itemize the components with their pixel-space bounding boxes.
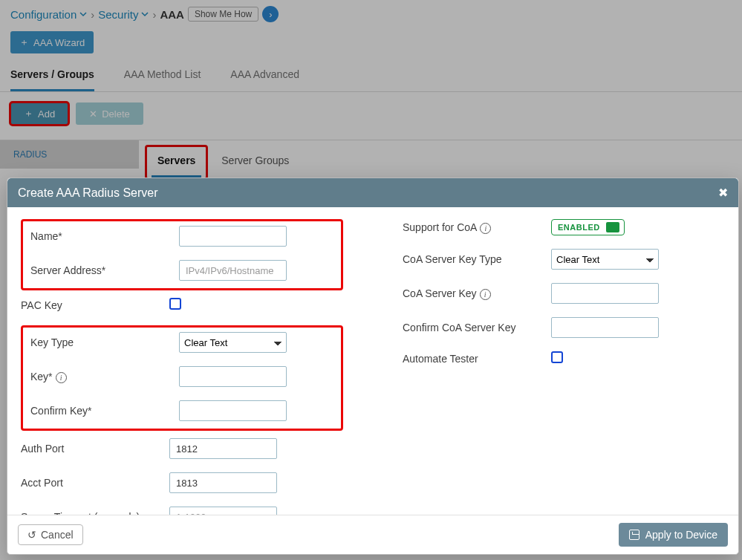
coa-key-type-label: CoA Server Key Type — [403, 253, 551, 265]
tab-advanced[interactable]: AAA Advanced — [230, 61, 299, 91]
main-tabs: Servers / Groups AAA Method List AAA Adv… — [0, 61, 742, 92]
undo-icon: ↺ — [27, 529, 36, 541]
auth-port-field[interactable] — [169, 438, 277, 459]
confirm-key-field[interactable] — [179, 400, 287, 421]
info-icon[interactable]: i — [480, 223, 491, 234]
auth-port-label: Auth Port — [21, 443, 169, 455]
confirm-coa-key-label: Confirm CoA Server Key — [403, 322, 551, 333]
crumb-current: AAA — [160, 8, 184, 21]
aaa-wizard-button[interactable]: ＋AAA Wizard — [10, 31, 94, 53]
close-icon[interactable]: ✖ — [718, 186, 728, 200]
subtab-servers[interactable]: Servers — [152, 147, 201, 178]
chevron-right-icon: › — [91, 8, 94, 21]
key-type-label: Key Type — [30, 336, 179, 348]
modal-footer: ↺Cancel Apply to Device — [7, 515, 738, 554]
subtab-server-groups[interactable]: Server Groups — [211, 147, 295, 175]
automate-tester-label: Automate Tester — [403, 353, 551, 365]
acct-port-label: Acct Port — [21, 477, 169, 489]
server-timeout-field[interactable] — [169, 507, 277, 515]
x-icon: ✕ — [89, 108, 97, 120]
confirm-key-label: Confirm Key* — [30, 405, 179, 417]
tab-servers-groups[interactable]: Servers / Groups — [10, 61, 94, 91]
modal-header: Create AAA Radius Server ✖ — [7, 178, 738, 207]
support-coa-label: Support for CoAi — [403, 221, 551, 234]
show-me-how-button[interactable]: Show Me How — [188, 7, 258, 22]
crumb-configuration[interactable]: Configuration — [10, 8, 87, 21]
plus-icon: ＋ — [19, 36, 29, 49]
server-address-field[interactable] — [179, 260, 287, 281]
toolbar: ＋Add ✕Delete — [0, 92, 742, 140]
create-radius-server-modal: Create AAA Radius Server ✖ Name* Server … — [7, 178, 739, 555]
breadcrumb: Configuration › Security › AAA Show Me H… — [0, 0, 742, 27]
coa-server-key-field[interactable] — [551, 283, 659, 304]
chevron-down-icon — [79, 10, 87, 18]
key-label: Key*i — [30, 371, 179, 383]
highlight-key-section: Key Type Clear Text Key*i Confirm Key* — [21, 325, 343, 431]
name-field[interactable] — [179, 226, 287, 247]
info-icon[interactable]: i — [56, 372, 67, 383]
add-button[interactable]: ＋Add — [10, 102, 68, 125]
pac-key-label: PAC Key — [21, 299, 169, 311]
form-right-column: Support for CoAi ENABLED CoA Server Key … — [403, 219, 725, 515]
key-type-select[interactable]: Clear Text — [179, 332, 287, 353]
sidebar-item-radius[interactable]: RADIUS — [0, 140, 139, 169]
cancel-button[interactable]: ↺Cancel — [18, 524, 83, 545]
info-icon[interactable]: i — [480, 289, 491, 300]
pac-key-checkbox[interactable] — [169, 298, 181, 310]
automate-tester-checkbox[interactable] — [551, 351, 563, 363]
plus-icon: ＋ — [24, 107, 33, 120]
acct-port-field[interactable] — [169, 472, 277, 493]
highlight-name-address: Name* Server Address* — [21, 219, 343, 290]
tab-method-list[interactable]: AAA Method List — [124, 61, 201, 91]
toggle-knob-icon — [606, 222, 619, 232]
chevron-right-icon: › — [152, 8, 156, 21]
save-icon — [629, 530, 640, 540]
coa-key-type-select[interactable]: Clear Text — [551, 249, 659, 270]
highlight-box: Servers — [145, 145, 208, 180]
support-coa-toggle[interactable]: ENABLED — [551, 219, 625, 235]
crumb-security[interactable]: Security — [98, 8, 149, 21]
delete-button[interactable]: ✕Delete — [76, 102, 143, 125]
chevron-down-icon — [141, 10, 149, 18]
apply-to-device-button[interactable]: Apply to Device — [619, 523, 728, 547]
server-address-label: Server Address* — [30, 264, 179, 276]
modal-title: Create AAA Radius Server — [18, 186, 158, 200]
name-label: Name* — [30, 230, 179, 242]
key-field[interactable] — [179, 366, 287, 387]
form-left-column: Name* Server Address* PAC Key Key Type C… — [21, 219, 343, 515]
confirm-coa-key-field[interactable] — [551, 317, 659, 338]
coa-server-key-label: CoA Server Keyi — [403, 287, 551, 300]
next-arrow-icon[interactable]: › — [262, 6, 279, 22]
